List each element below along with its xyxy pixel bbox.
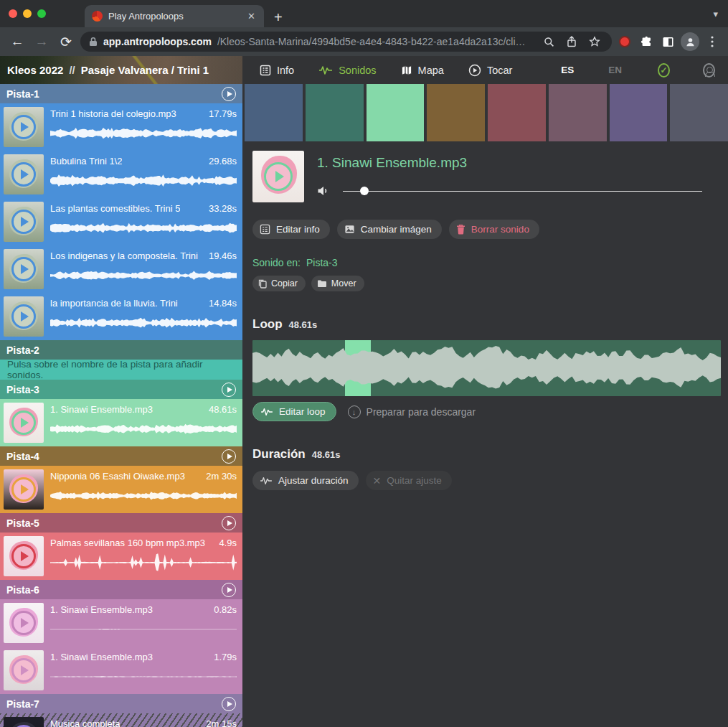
clip-pista-3[interactable]: 1. Sinawi Ensemble.mp348.61s (0, 399, 242, 446)
track-swatch-5[interactable] (488, 84, 546, 141)
clip-play-icon[interactable] (11, 544, 36, 568)
forward-button[interactable]: → (32, 34, 52, 50)
adjust-duration-button[interactable]: Ajustar duración (252, 471, 359, 490)
track-header-pista-2[interactable]: Pista-2 (0, 340, 242, 360)
nav-item-mapa[interactable]: Mapa (401, 65, 444, 76)
track-swatch-3-active[interactable] (367, 84, 425, 141)
side-panel-icon[interactable] (659, 36, 676, 48)
track-header-pista-5[interactable]: Pista-5 (0, 513, 242, 533)
clip-play-icon[interactable] (11, 304, 36, 329)
track-play-icon[interactable] (222, 583, 236, 597)
clip-play-icon[interactable] (11, 658, 36, 683)
clip-thumbnail[interactable] (4, 202, 44, 242)
extensions-puzzle-icon[interactable] (638, 36, 655, 48)
profile-avatar[interactable] (681, 32, 699, 51)
clip-pista-7[interactable]: Musica completa2m 15s (0, 713, 242, 727)
clip-pista-1[interactable]: Los indigenas y la compostela. Trini19.4… (0, 245, 242, 293)
zoom-window-button[interactable] (37, 9, 46, 18)
edit-info-button[interactable]: Editar info (252, 220, 330, 239)
clip-play-icon[interactable] (11, 210, 36, 234)
nav-item-info[interactable]: Info (260, 65, 294, 76)
track-swatch-8[interactable] (670, 84, 728, 141)
clip-play-icon[interactable] (11, 115, 36, 139)
back-button[interactable]: ← (7, 34, 27, 50)
clip-play-icon[interactable] (11, 162, 36, 187)
share-icon[interactable] (563, 36, 580, 47)
lang-en-button[interactable]: EN (608, 65, 622, 75)
track-play-icon[interactable] (222, 87, 236, 101)
clip-thumbnail[interactable] (4, 249, 44, 289)
clip-thumbnail[interactable] (4, 650, 44, 690)
clip-pista-5[interactable]: Palmas sevillanas 160 bpm mp3.mp34.9s (0, 533, 242, 580)
volume-icon[interactable] (317, 185, 330, 197)
track-header-pista-1[interactable]: Pista-1 (0, 84, 242, 103)
nav-item-tocar[interactable]: Tocar (468, 64, 512, 77)
clip-thumbnail[interactable] (4, 403, 44, 443)
clip-play-icon[interactable] (11, 611, 36, 635)
loop-waveform[interactable] (252, 340, 721, 396)
clip-play-icon[interactable] (11, 477, 36, 502)
clip-pista-6[interactable]: 1. Sinawi Ensemble.mp31.79s (0, 647, 242, 694)
track-swatch-4[interactable] (427, 84, 485, 141)
clip-thumbnail[interactable] (4, 717, 44, 727)
clip-thumbnail[interactable] (4, 469, 44, 510)
track-play-icon[interactable] (222, 697, 236, 711)
sound-thumbnail[interactable] (252, 151, 304, 202)
search-icon[interactable] (540, 37, 557, 47)
close-window-button[interactable] (9, 9, 17, 18)
sound-in-track-link[interactable]: Pista-3 (306, 257, 338, 268)
clip-pista-6[interactable]: 1. Sinawi Ensemble.mp30.82s (0, 599, 242, 647)
move-button[interactable]: Mover (311, 276, 364, 291)
clip-pista-4[interactable]: Nipponia 06 Esashi Oiwake.mp32m 30s (0, 466, 242, 513)
account-icon[interactable] (703, 63, 715, 78)
tab-close-icon[interactable]: ✕ (246, 11, 257, 22)
track-header-pista-6[interactable]: Pista-6 (0, 580, 242, 599)
clip-pista-1[interactable]: la importancia de la lluvia. Trini14.84s (0, 293, 242, 340)
clip-pista-1[interactable]: Bubulina Trini 1\229.68s (0, 151, 242, 198)
track-header-pista-7[interactable]: Pista-7 (0, 694, 242, 713)
track-play-icon[interactable] (222, 383, 236, 397)
browser-menu-kebab-icon[interactable] (704, 36, 721, 47)
track-play-icon[interactable] (222, 516, 236, 530)
clip-thumbnail[interactable] (4, 536, 44, 576)
clip-thumbnail[interactable] (4, 603, 44, 643)
track-header-pista-3[interactable]: Pista-3 (0, 380, 242, 399)
track-swatch-7[interactable] (610, 84, 668, 141)
clip-thumbnail[interactable] (4, 296, 44, 337)
clip-thumbnail[interactable] (4, 154, 44, 194)
browser-tab[interactable]: Play Antropoloops ✕ (85, 5, 264, 27)
bookmark-star-icon[interactable] (586, 36, 603, 47)
minimize-window-button[interactable] (23, 9, 32, 18)
clip-thumbnail[interactable] (4, 107, 44, 147)
edit-loop-button[interactable]: Editar loop (252, 402, 336, 421)
track-swatch-1[interactable] (245, 84, 303, 141)
reload-button[interactable]: ⟳ (56, 34, 76, 50)
remove-adjust-button[interactable]: ✕ Quitar ajuste (366, 471, 452, 490)
track-play-icon[interactable] (222, 449, 236, 464)
play-icon[interactable] (264, 162, 293, 191)
change-image-button[interactable]: Cambiar imágen (337, 220, 442, 239)
sync-check-icon[interactable]: ✓ (658, 63, 670, 78)
copy-button[interactable]: Copiar (252, 276, 306, 291)
volume-slider-thumb[interactable] (360, 187, 369, 195)
clip-pista-1[interactable]: Las plantas comestibles. Trini 533.28s (0, 198, 242, 245)
url-bar[interactable]: app.antropoloops.com /Kleos-Santa-Marina… (80, 32, 612, 52)
tab-search-chevron-icon[interactable]: ▾ (713, 9, 718, 19)
clip-play-icon[interactable] (11, 257, 36, 281)
clip-play-icon[interactable] (11, 411, 36, 435)
volume-slider[interactable] (343, 186, 702, 196)
clip-duration: 1.79s (214, 652, 237, 662)
folder-icon (317, 279, 327, 288)
record-indicator-icon[interactable] (616, 36, 633, 47)
prepare-download-button[interactable]: ↓ Preparar para descargar (348, 405, 476, 418)
nav-item-sonidos[interactable]: Sonidos (318, 65, 376, 76)
track-swatch-6[interactable] (549, 84, 607, 141)
track-header-pista-4[interactable]: Pista-4 (0, 446, 242, 466)
clip-pista-1[interactable]: Trini 1 historia del colegio.mp317.79s (0, 103, 242, 151)
lang-es-button[interactable]: ES (561, 65, 574, 75)
project-breadcrumb[interactable]: Kleos 2022 // Pasaje Valvanera / Trini 1 (0, 56, 242, 84)
delete-sound-button[interactable]: Borrar sonido (449, 220, 539, 239)
traffic-lights[interactable] (9, 9, 46, 18)
new-tab-button[interactable]: + (274, 10, 283, 24)
track-swatch-2[interactable] (306, 84, 364, 141)
